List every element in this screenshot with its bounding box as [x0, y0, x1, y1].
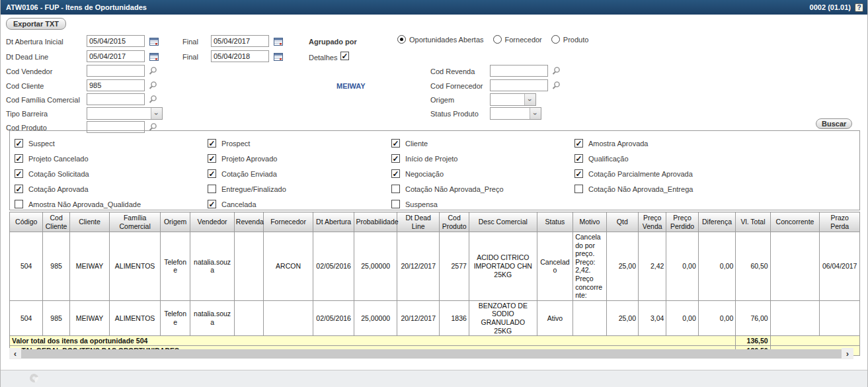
status-filter-negocia-o[interactable]: ✓Negociação — [387, 166, 570, 181]
column-header-dt-abertura[interactable]: Dt Abertura — [313, 212, 354, 232]
status-filter-projeto-cancelado[interactable]: ✓Projeto Cancelado — [10, 151, 203, 166]
column-header-pre-o-perdido[interactable]: Preço Perdido — [666, 212, 698, 232]
export-txt-button[interactable]: Exportar TXT — [6, 18, 66, 30]
table-row[interactable]: 504985MEIWAYALIMENTOSTelefonenatalia.sou… — [10, 300, 860, 335]
status-filter-cota-o-n-o-aprovada-entrega[interactable]: Cotação Não Aprovada_Entrega — [570, 181, 859, 196]
cell-desc-comercial: BENZOATO DE SODIO GRANULADO 25KG — [469, 300, 537, 335]
status-filter-cota-o-n-o-aprovada-pre-o[interactable]: Cotação Não Aprovada_Preço — [387, 181, 570, 196]
column-header-concorrente[interactable]: Concorrente — [770, 212, 820, 232]
column-header-vl-total[interactable]: Vl. Total — [736, 212, 770, 232]
status-filter-suspensa[interactable]: Suspensa — [387, 196, 570, 212]
cell-dt-abertura: 02/05/2016 — [313, 300, 354, 335]
chevron-down-icon[interactable]: › — [530, 108, 541, 119]
column-header-cod-cliente[interactable]: Cod Cliente — [43, 212, 69, 232]
status-filter-qualifica-o[interactable]: ✓Qualificação — [570, 151, 859, 166]
cell-vl-total: 60,50 — [736, 232, 770, 301]
chevron-down-icon[interactable]: › — [151, 108, 162, 119]
scroll-right-button[interactable]: › — [842, 348, 853, 359]
calendar-icon[interactable] — [273, 36, 283, 46]
column-header-status[interactable]: Status — [537, 212, 572, 232]
help-icon[interactable]: ? — [855, 3, 863, 12]
status-filter-cota-o-solicitada[interactable]: ✓Cotação Solicitada — [10, 166, 203, 181]
search-lookup-icon[interactable] — [147, 80, 157, 90]
column-header-revenda[interactable]: Revenda — [234, 212, 263, 232]
search-lookup-icon[interactable] — [147, 94, 157, 104]
search-lookup-icon[interactable] — [147, 65, 157, 75]
cell-qtd: 25,00 — [606, 300, 638, 335]
dt-abertura-inicial-input[interactable] — [87, 35, 145, 47]
dt-abertura-final-label: Final — [182, 38, 198, 46]
column-header-fornecedor[interactable]: Fornecedor — [264, 212, 313, 232]
status-filter-cota-o-parcialmente-aprovada[interactable]: ✓Cotação Parcialmente Aprovada — [570, 166, 859, 181]
status-filter-cancelada[interactable]: ✓Cancelada — [203, 196, 387, 212]
column-header-diferen-a[interactable]: Diferença — [698, 212, 735, 232]
checkbox-label: Qualificação — [588, 155, 629, 163]
column-header-cod-produto[interactable]: Cod Produto — [440, 212, 469, 232]
column-header-fam-lia-comercial[interactable]: Família Comercial — [110, 212, 161, 232]
dt-dead-line-final-input[interactable] — [211, 50, 269, 62]
column-header-cliente[interactable]: Cliente — [69, 212, 110, 232]
status-filter-amostra-n-o-aprovada-qualidade[interactable]: Amostra Não Aprovada_Qualidade — [10, 196, 203, 212]
column-header-c-digo[interactable]: Código — [10, 212, 43, 232]
column-header-origem[interactable]: Origem — [160, 212, 190, 232]
search-lookup-icon[interactable] — [551, 65, 561, 75]
column-header-pre-o-venda[interactable]: Preço Venda — [639, 212, 666, 232]
radio-oportunidades-abertas[interactable]: Oportunidades Abertas — [397, 35, 484, 44]
column-header-desc-comercial[interactable]: Desc Comercial — [469, 212, 537, 232]
scrollbar-track[interactable] — [21, 349, 842, 359]
cell-cliente: MEIWAY — [69, 232, 110, 301]
cod-cliente-input[interactable] — [87, 79, 145, 91]
dt-dead-line-input[interactable] — [87, 50, 145, 62]
cell-cliente: MEIWAY — [69, 300, 110, 335]
column-header-dt-dead-line[interactable]: Dt Dead Line — [397, 212, 440, 232]
checkbox-icon: ✓ — [574, 169, 583, 178]
scrollbar-thumb[interactable] — [21, 349, 842, 359]
checkbox-icon: ✓ — [574, 139, 583, 148]
column-header-probabilidade[interactable]: Probabilidade — [354, 212, 397, 232]
status-filter-amostra-aprovada[interactable]: ✓Amostra Aprovada — [570, 136, 859, 151]
buscar-button[interactable]: Buscar — [816, 118, 852, 129]
scroll-left-button[interactable]: ‹ — [9, 348, 21, 359]
cell-fam-lia-comercial: ALIMENTOS — [110, 300, 161, 335]
status-filter-suspect[interactable]: ✓Suspect — [10, 136, 203, 151]
cell-revenda — [234, 232, 263, 301]
horizontal-scrollbar[interactable]: ‹ › — [9, 348, 853, 359]
cell-pre-o-venda: 2,42 — [639, 232, 666, 301]
checkbox-label: Entregue/Finalizado — [221, 185, 286, 193]
status-filter-prospect[interactable]: ✓Prospect — [203, 136, 387, 151]
column-header-qtd[interactable]: Qtd — [606, 212, 638, 232]
cell-desc-comercial: ACIDO CITRICO IMPORTADO CHN 25KG — [469, 232, 537, 301]
cell-motivo — [573, 300, 606, 335]
cell-pre-o-perdido: 0,00 — [666, 232, 698, 301]
column-header-motivo[interactable]: Motivo — [573, 212, 606, 232]
status-filter-cliente[interactable]: ✓Cliente — [387, 136, 570, 151]
table-row[interactable]: 504985MEIWAYALIMENTOSTelefonenatalia.sou… — [10, 232, 860, 301]
status-filter-entregue-finalizado[interactable]: Entregue/Finalizado — [203, 181, 387, 196]
cod-revenda-input[interactable] — [490, 65, 548, 77]
tipo-barreira-select[interactable]: › — [87, 107, 163, 120]
cod-vendedor-input[interactable] — [87, 65, 145, 77]
status-produto-select[interactable]: › — [490, 107, 541, 120]
status-filter-cota-o-enviada[interactable]: ✓Cotação Enviada — [203, 166, 387, 181]
origem-select[interactable]: › — [490, 93, 536, 106]
column-header-vendedor[interactable]: Vendedor — [190, 212, 235, 232]
radio-fornecedor[interactable]: Fornecedor — [493, 35, 542, 44]
status-filter-projeto-aprovado[interactable]: ✓Projeto Aprovado — [203, 151, 387, 166]
checkbox-icon — [208, 185, 216, 193]
details-checkbox[interactable]: ✓ — [340, 52, 349, 60]
calendar-icon[interactable] — [149, 52, 159, 62]
dt-abertura-final-input[interactable] — [211, 35, 269, 47]
radio-produto[interactable]: Produto — [551, 35, 589, 44]
status-filter-in-cio-de-projeto[interactable]: ✓Início de Projeto — [387, 151, 570, 166]
group-by-radio-group: Oportunidades AbertasFornecedorProduto — [397, 35, 588, 44]
calendar-icon[interactable] — [149, 36, 159, 46]
checkbox-icon — [391, 185, 400, 193]
status-filter-cota-o-aprovada[interactable]: ✓Cotação Aprovada — [10, 181, 203, 196]
cod-fornecedor-input[interactable] — [490, 79, 548, 91]
cod-familia-comercial-input[interactable] — [87, 93, 145, 105]
search-lookup-icon[interactable] — [551, 80, 561, 90]
column-header-prazo-perda[interactable]: Prazo Perda — [820, 212, 860, 232]
checkbox-label: Amostra Não Aprovada_Qualidade — [28, 200, 141, 208]
chevron-down-icon[interactable]: › — [524, 94, 535, 105]
calendar-icon[interactable] — [273, 52, 283, 62]
